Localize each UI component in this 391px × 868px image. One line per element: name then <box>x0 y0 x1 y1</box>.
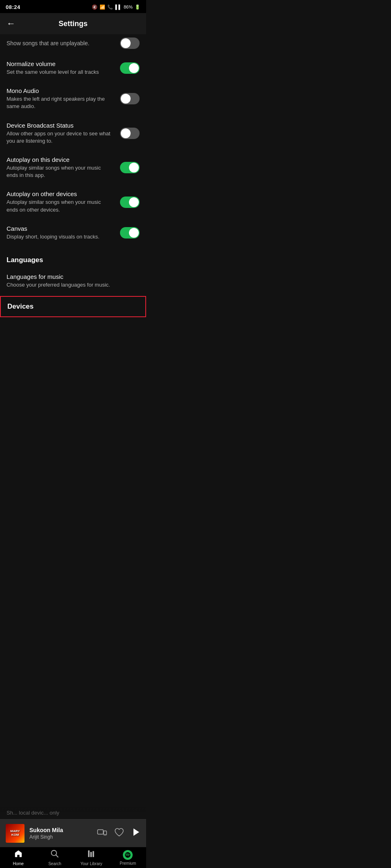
mute-icon: 🔇 <box>92 4 98 10</box>
album-art-text: MARYKOM <box>10 830 20 837</box>
play-button[interactable] <box>131 828 140 839</box>
device-broadcast-text: Device Broadcast Status Allow other apps… <box>7 122 113 145</box>
player-controls <box>97 828 140 839</box>
devices-section: Devices <box>0 296 146 317</box>
toggle-knob <box>129 63 139 73</box>
normalize-volume-desc: Set the same volume level for all tracks <box>7 68 113 76</box>
svg-rect-8 <box>93 851 94 857</box>
canvas-text: Canvas Display short, looping visuals on… <box>7 225 113 241</box>
unplayable-desc: Show songs that are unplayable. <box>7 40 113 46</box>
unplayable-toggle[interactable] <box>120 38 140 49</box>
autoplay-this-device-row: Autoplay on this device Autoplay similar… <box>0 150 146 185</box>
now-playing-bar[interactable]: MARYKOM Sukoon Mila Arijit Singh <box>0 819 146 847</box>
svg-rect-0 <box>98 830 103 834</box>
status-time: 08:24 <box>6 4 20 10</box>
library-label: Your Library <box>80 861 102 866</box>
home-label: Home <box>13 861 24 866</box>
track-info: Sukoon Mila Arijit Singh <box>29 827 97 840</box>
heart-icon[interactable] <box>114 828 124 839</box>
normalize-volume-text: Normalize volume Set the same volume lev… <box>7 60 113 76</box>
premium-icon <box>123 850 133 860</box>
device-pair-icon[interactable] <box>97 829 107 838</box>
status-icons: 🔇 📶 📞 ▌▌ 86% 🔋 <box>92 4 140 10</box>
device-broadcast-title: Device Broadcast Status <box>7 122 113 129</box>
status-bar: 08:24 🔇 📶 📞 ▌▌ 86% 🔋 <box>0 0 146 13</box>
fade-text: Sh... local devic... only <box>7 810 59 816</box>
battery-icon: 🔋 <box>135 4 140 10</box>
search-icon <box>50 849 59 860</box>
wifi-icon: 📶 <box>100 4 105 10</box>
nav-library[interactable]: Your Library <box>73 849 110 866</box>
svg-marker-3 <box>133 828 139 836</box>
languages-for-music-desc: Choose your preferred languages for musi… <box>7 281 133 289</box>
device-broadcast-row: Device Broadcast Status Allow other apps… <box>0 116 146 150</box>
autoplay-this-device-desc: Autoplay similar songs when your music e… <box>7 164 113 179</box>
call-icon: 📞 <box>107 4 113 10</box>
device-broadcast-toggle[interactable] <box>120 128 140 139</box>
toggle-knob <box>129 163 139 172</box>
track-name: Sukoon Mila <box>29 827 97 833</box>
album-art: MARYKOM <box>6 824 24 843</box>
toggle-knob <box>121 38 131 48</box>
autoplay-other-devices-toggle[interactable] <box>120 197 140 208</box>
nav-premium[interactable]: Premium <box>110 850 147 866</box>
autoplay-this-device-text: Autoplay on this device Autoplay similar… <box>7 156 113 179</box>
unplayable-row: Show songs that are unplayable. <box>0 34 146 55</box>
top-nav: ← Settings <box>0 13 146 34</box>
mono-audio-text: Mono Audio Makes the left and right spea… <box>7 87 113 110</box>
premium-label: Premium <box>120 861 136 866</box>
normalize-volume-title: Normalize volume <box>7 60 113 67</box>
languages-for-music-title: Languages for music <box>7 273 133 280</box>
signal-icon: ▌▌ <box>115 4 122 9</box>
canvas-title: Canvas <box>7 225 113 232</box>
autoplay-other-devices-text: Autoplay on other devices Autoplay simil… <box>7 190 113 213</box>
settings-content: Show songs that are unplayable. Normaliz… <box>0 34 146 384</box>
toggle-knob <box>129 197 139 207</box>
mono-audio-desc: Makes the left and right speakers play t… <box>7 95 113 110</box>
languages-section-header: Languages <box>0 246 146 267</box>
toggle-knob <box>121 94 131 104</box>
canvas-desc: Display short, looping visuals on tracks… <box>7 233 113 241</box>
languages-for-music-text: Languages for music Choose your preferre… <box>7 273 133 289</box>
mono-audio-toggle[interactable] <box>120 93 140 104</box>
autoplay-this-device-title: Autoplay on this device <box>7 156 113 163</box>
library-icon <box>87 849 96 860</box>
device-broadcast-desc: Allow other apps on your device to see w… <box>7 130 113 145</box>
bottom-nav: Home Search Your Library <box>0 847 146 868</box>
nav-search[interactable]: Search <box>37 849 73 866</box>
search-label: Search <box>48 861 61 866</box>
mono-audio-row: Mono Audio Makes the left and right spea… <box>0 82 146 116</box>
toggle-knob <box>121 128 131 138</box>
normalize-volume-toggle[interactable] <box>120 62 140 74</box>
devices-title: Devices <box>7 303 139 311</box>
toggle-knob <box>129 228 139 238</box>
mono-audio-title: Mono Audio <box>7 87 113 94</box>
svg-point-2 <box>105 834 106 835</box>
svg-rect-6 <box>88 850 90 857</box>
autoplay-other-devices-title: Autoplay on other devices <box>7 190 113 197</box>
bottom-fade-area: Sh... local devic... only <box>0 806 146 819</box>
track-artist: Arijit Singh <box>29 834 97 840</box>
autoplay-other-devices-row: Autoplay on other devices Autoplay simil… <box>0 185 146 219</box>
back-button[interactable]: ← <box>7 19 16 28</box>
autoplay-other-devices-desc: Autoplay similar songs when your music e… <box>7 199 113 213</box>
svg-line-5 <box>56 855 58 857</box>
canvas-toggle[interactable] <box>120 227 140 239</box>
home-icon <box>14 849 23 860</box>
canvas-row: Canvas Display short, looping visuals on… <box>0 219 146 246</box>
nav-home[interactable]: Home <box>0 849 37 866</box>
battery-text: 86% <box>124 4 133 9</box>
autoplay-this-device-toggle[interactable] <box>120 162 140 173</box>
languages-for-music-row[interactable]: Languages for music Choose your preferre… <box>0 267 146 294</box>
svg-rect-7 <box>90 852 92 857</box>
normalize-volume-row: Normalize volume Set the same volume lev… <box>0 55 146 82</box>
page-title: Settings <box>20 20 126 28</box>
